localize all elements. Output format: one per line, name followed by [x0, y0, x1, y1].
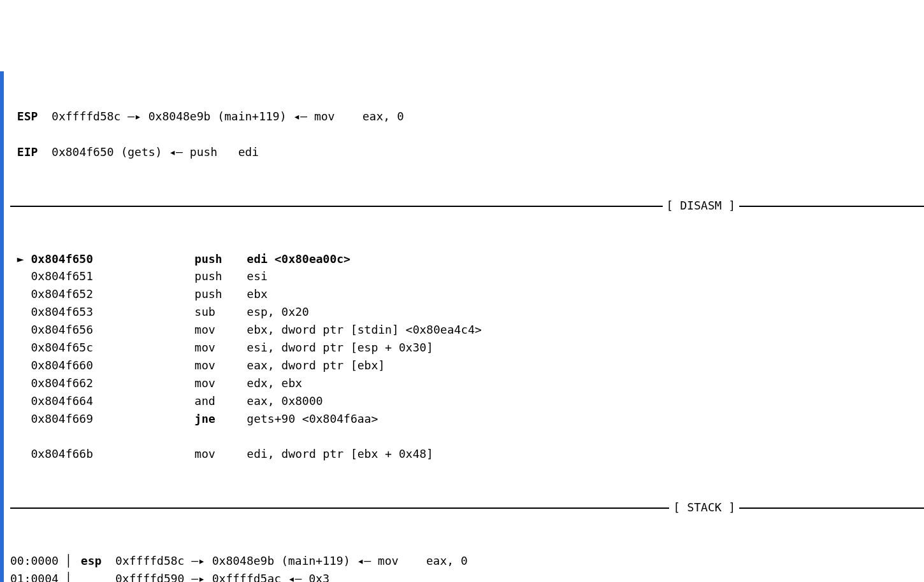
arrow-icon [10, 287, 31, 301]
disasm-addr: 0x804f65c [31, 339, 106, 357]
stack-block: 00:0000│ esp 0xffffd58c —▸ 0x8048e9b (ma… [10, 552, 924, 582]
disasm-addr: 0x804f650 [31, 250, 106, 268]
disasm-op: push [194, 250, 247, 268]
disasm-addr: 0x804f660 [31, 357, 106, 374]
arrow-icon: ► [10, 252, 31, 266]
disasm-row: 0x804f651 pushesi [10, 267, 924, 285]
disasm-row: 0x804f65c movesi, dword ptr [esp + 0x30] [10, 339, 924, 357]
section-label: [ DISASM ] [663, 197, 739, 215]
disasm-addr: 0x804f651 [31, 267, 106, 285]
reg-instr: push edi [190, 145, 259, 159]
disasm-args: edi, dword ptr [ebx + 0x48] [247, 447, 433, 460]
disasm-addr: 0x804f669 [31, 410, 106, 428]
disasm-row: 0x804f66b movedi, dword ptr [ebx + 0x48] [10, 445, 924, 463]
disasm-row: ► 0x804f650 pushedi <0x80ea00c> [10, 250, 924, 268]
reg-addr: 0x804f650 (gets) [52, 145, 162, 159]
disasm-op: push [194, 267, 247, 285]
disasm-row: 0x804f656 movebx, dword ptr [stdin] <0x8… [10, 321, 924, 339]
disasm-addr: 0x804f656 [31, 321, 106, 339]
disasm-row [10, 427, 924, 445]
stack-offset: 01:0004 [10, 570, 65, 582]
arrow-icon [10, 269, 31, 283]
disasm-addr: 0x804f652 [31, 285, 106, 303]
disasm-args: esp, 0x20 [247, 305, 309, 318]
arrow-icon [10, 341, 31, 354]
disasm-op: sub [194, 303, 247, 321]
arrow-icon [10, 376, 31, 390]
reg-name: ESP [17, 110, 38, 123]
section-rule-disasm: [ DISASM ] [10, 197, 924, 215]
disasm-addr: 0x804f66b [31, 445, 106, 463]
disasm-args: esi [247, 269, 268, 283]
disasm-op: mov [194, 321, 247, 339]
disasm-args: edi <0x80ea00c> [247, 252, 350, 266]
section-label: [ STACK ] [669, 499, 739, 516]
arrow-icon [10, 412, 31, 425]
disasm-row: 0x804f664 andeax, 0x8000 [10, 392, 924, 410]
disasm-args: esi, dword ptr [esp + 0x30] [247, 341, 433, 354]
disasm-addr: 0x804f664 [31, 392, 106, 410]
stack-chain: 0xffffd590 —▸ 0xffffd5ac ◂— 0x3 [115, 572, 329, 582]
reg-target: 0x8048e9b (main+119) [148, 110, 287, 123]
disasm-row: 0x804f662 movedx, ebx [10, 374, 924, 392]
disasm-row: 0x804f652 pushebx [10, 285, 924, 303]
section-rule-stack: [ STACK ] [10, 499, 924, 516]
pipe-icon: │ [65, 552, 74, 570]
stack-offset: 00:0000 [10, 552, 65, 570]
disasm-addr: 0x804f653 [31, 303, 106, 321]
arrow-icon [10, 447, 31, 460]
disasm-op: mov [194, 357, 247, 374]
arrow-icon [10, 323, 31, 336]
arrow-icon [10, 358, 31, 372]
disasm-op: jne [194, 410, 247, 428]
arrow-icon [10, 394, 31, 408]
stack-reg: esp [81, 554, 102, 567]
disasm-args: edx, ebx [247, 376, 302, 390]
disasm-row: 0x804f653 subesp, 0x20 [10, 303, 924, 321]
disasm-op: mov [194, 339, 247, 357]
disasm-args: eax, 0x8000 [247, 394, 322, 408]
disasm-args: gets+90 <0x804f6aa> [247, 412, 378, 425]
disasm-args: ebx, dword ptr [stdin] <0x80ea4c4> [247, 323, 481, 336]
arrow-icon [10, 305, 31, 318]
stack-row: 00:0000│ esp 0xffffd58c —▸ 0x8048e9b (ma… [10, 552, 924, 570]
reg-eip-line: EIP 0x804f650 (gets) ◂— push edi [10, 143, 924, 161]
stack-chain: 0xffffd58c —▸ 0x8048e9b (main+119) ◂— mo… [115, 554, 468, 567]
disasm-op: mov [194, 374, 247, 392]
disasm-op: and [194, 392, 247, 410]
disasm-row: 0x804f660 moveax, dword ptr [ebx] [10, 357, 924, 374]
debugger-output: ESP 0xffffd58c —▸ 0x8048e9b (main+119) ◂… [0, 71, 924, 582]
disasm-op: mov [194, 445, 247, 463]
disasm-row: 0x804f669 jnegets+90 <0x804f6aa> [10, 410, 924, 428]
reg-esp-line: ESP 0xffffd58c —▸ 0x8048e9b (main+119) ◂… [10, 108, 924, 125]
reg-instr: mov eax, 0 [314, 110, 404, 123]
pipe-icon: │ [65, 570, 74, 582]
stack-row: 01:0004│ 0xffffd590 —▸ 0xffffd5ac ◂— 0x3 [10, 570, 924, 582]
reg-name: EIP [17, 145, 38, 159]
disasm-args: eax, dword ptr [ebx] [247, 358, 385, 372]
reg-addr: 0xffffd58c [52, 110, 120, 123]
disasm-op: push [194, 285, 247, 303]
disasm-addr: 0x804f662 [31, 374, 106, 392]
disasm-block: ► 0x804f650 pushedi <0x80ea00c> 0x804f65… [10, 250, 924, 464]
disasm-args: ebx [247, 287, 268, 301]
